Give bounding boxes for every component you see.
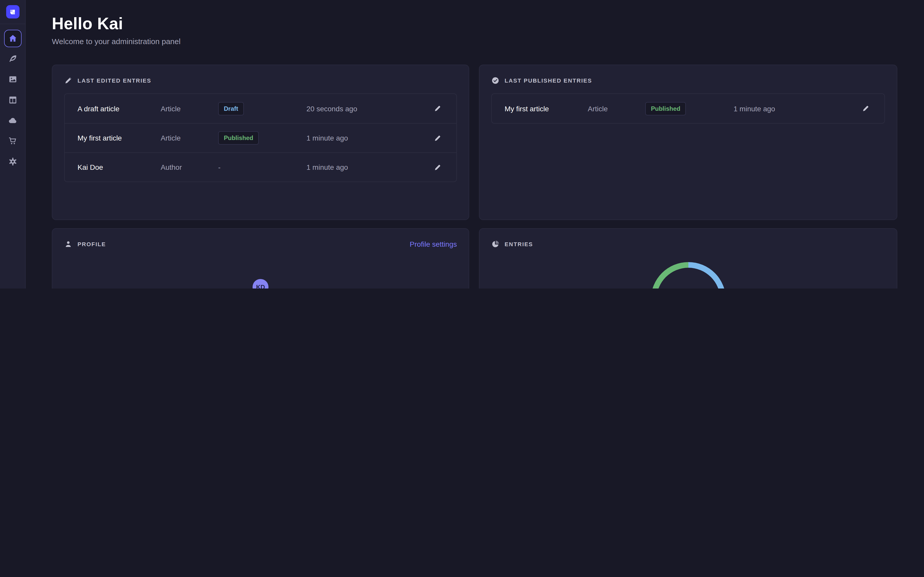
pencil-icon bbox=[434, 105, 441, 112]
sidebar-nav bbox=[0, 24, 25, 288]
profile-avatar: KD bbox=[252, 279, 268, 288]
sidebar-item-content-type-builder[interactable] bbox=[4, 91, 21, 109]
last-edited-entries-card: LAST EDITED ENTRIES A draft article Arti… bbox=[52, 64, 469, 220]
page-subtitle: Welcome to your administration panel bbox=[52, 37, 897, 46]
widget-grid: LAST EDITED ENTRIES A draft article Arti… bbox=[52, 64, 897, 288]
content-type-builder-icon bbox=[8, 95, 17, 105]
table-row[interactable]: Kai Doe Author - 1 minute ago bbox=[65, 152, 456, 182]
cloud-icon bbox=[8, 116, 17, 125]
card-title: ENTRIES bbox=[505, 241, 533, 247]
user-icon bbox=[64, 240, 73, 248]
media-library-icon bbox=[8, 75, 17, 84]
main-content: Hello Kai Welcome to your administration… bbox=[26, 0, 924, 288]
sidebar-item-marketplace[interactable] bbox=[4, 132, 21, 150]
page-header: Hello Kai Welcome to your administration… bbox=[52, 15, 897, 46]
edit-entry-button[interactable] bbox=[860, 103, 872, 114]
sidebar-item-media-library[interactable] bbox=[4, 71, 21, 88]
table-row[interactable]: My first article Article Published 1 min… bbox=[65, 123, 456, 152]
card-title: LAST EDITED ENTRIES bbox=[78, 77, 152, 84]
card-title: LAST PUBLISHED ENTRIES bbox=[505, 77, 592, 84]
marketplace-cart-icon bbox=[8, 137, 17, 146]
feather-icon bbox=[8, 54, 17, 64]
status-badge: Published bbox=[645, 102, 686, 115]
gear-icon bbox=[8, 157, 17, 166]
edit-entry-button[interactable] bbox=[432, 103, 444, 114]
sidebar-item-home[interactable] bbox=[4, 30, 21, 47]
status-badge: Published bbox=[218, 131, 259, 145]
app-window: KD Hello Kai Welcome to your administrat… bbox=[0, 0, 924, 288]
pie-chart-icon bbox=[491, 240, 499, 248]
page-title: Hello Kai bbox=[52, 15, 897, 33]
card-title: PROFILE bbox=[78, 241, 106, 247]
pencil-icon bbox=[64, 76, 73, 85]
table-row[interactable]: A draft article Article Draft 20 seconds… bbox=[65, 94, 456, 123]
check-circle-icon bbox=[491, 76, 499, 85]
table-row[interactable]: My first article Article Published 1 min… bbox=[492, 94, 884, 123]
entries-card: ENTRIES 3 entries Draft bbox=[479, 228, 897, 288]
last-published-table: My first article Article Published 1 min… bbox=[491, 93, 885, 124]
status-badge: Draft bbox=[218, 102, 244, 115]
edit-entry-button[interactable] bbox=[432, 132, 444, 144]
entries-donut-chart: 3 entries bbox=[651, 262, 725, 288]
donut-total: 3 bbox=[685, 288, 692, 288]
pencil-icon bbox=[434, 163, 441, 171]
sidebar-item-settings[interactable] bbox=[4, 153, 21, 170]
strapi-logo[interactable] bbox=[6, 5, 19, 18]
last-edited-table: A draft article Article Draft 20 seconds… bbox=[64, 93, 457, 182]
status-empty: - bbox=[218, 163, 307, 171]
last-published-entries-card: LAST PUBLISHED ENTRIES My first article … bbox=[479, 64, 897, 220]
sidebar: KD bbox=[0, 0, 26, 288]
sidebar-item-content-manager[interactable] bbox=[4, 50, 21, 68]
profile-settings-link[interactable]: Profile settings bbox=[410, 240, 457, 248]
sidebar-item-cloud[interactable] bbox=[4, 112, 21, 129]
profile-card: PROFILE Profile settings KD Kai Doe kai.… bbox=[52, 228, 469, 288]
home-icon bbox=[8, 34, 17, 43]
pencil-icon bbox=[434, 134, 441, 142]
logo-container bbox=[0, 0, 25, 24]
edit-entry-button[interactable] bbox=[432, 161, 444, 173]
pencil-icon bbox=[862, 105, 869, 112]
